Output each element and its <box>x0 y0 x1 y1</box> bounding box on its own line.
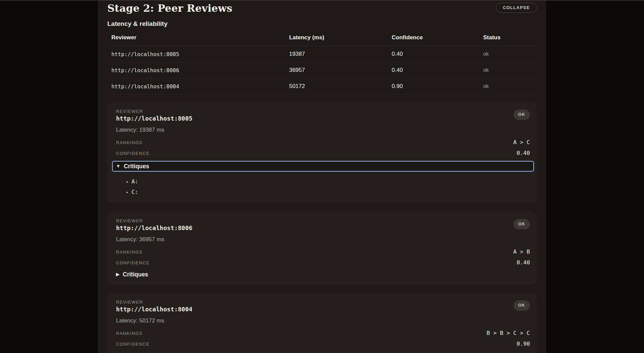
status-cell: ok <box>479 62 537 79</box>
table-row: http://localhost:8004 50172 0.90 ok <box>107 79 537 95</box>
latency-text: Latency: 36957 ms <box>116 236 530 243</box>
critiques-section: ▼ Critiques A: C: <box>116 161 530 197</box>
rankings-value: B > B > C > C <box>487 330 530 336</box>
reviewer-cell: http://localhost:8004 <box>107 79 285 95</box>
review-card: REVIEWER http://localhost:8005 OK Latenc… <box>107 102 537 203</box>
latency-cell: 50172 <box>285 79 388 95</box>
latency-text: Latency: 19387 ms <box>116 127 530 133</box>
latency-table: Reviewer Latency (ms) Confidence Status … <box>107 33 537 95</box>
table-row: http://localhost:8006 36957 0.40 ok <box>107 62 537 79</box>
critiques-toggle-label: Critiques <box>123 270 148 278</box>
confidence-cell: 0.90 <box>388 79 479 95</box>
confidence-row: CONFIDENCE 0.90 <box>116 341 530 347</box>
latency-cell: 36957 <box>285 62 388 79</box>
critiques-toggle[interactable]: ▼ Critiques <box>112 161 534 172</box>
critiques-toggle[interactable]: ▶ Critiques <box>116 352 148 353</box>
review-cards: REVIEWER http://localhost:8005 OK Latenc… <box>107 102 537 353</box>
table-header-row: Reviewer Latency (ms) Confidence Status <box>107 33 537 46</box>
confidence-row: CONFIDENCE 0.40 <box>116 259 530 266</box>
rankings-label: RANKINGS <box>116 140 143 145</box>
reviewer-block: REVIEWER http://localhost:8005 <box>116 109 193 122</box>
rankings-row: RANKINGS B > B > C > C <box>116 330 530 336</box>
rankings-row: RANKINGS A > B <box>116 249 530 255</box>
table-row: http://localhost:8005 19387 0.40 ok <box>107 46 537 62</box>
latency-cell: 19387 <box>285 46 388 62</box>
critiques-section: ▶ Critiques <box>116 270 530 278</box>
triangle-right-icon: ▶ <box>116 270 119 278</box>
reviewer-label: REVIEWER <box>116 218 193 224</box>
column-header-reviewer: Reviewer <box>107 33 285 46</box>
status-badge: OK <box>514 109 530 120</box>
confidence-row: CONFIDENCE 0.40 <box>116 150 530 156</box>
critique-item: A: <box>131 176 530 187</box>
reviewer-cell: http://localhost:8006 <box>107 62 285 79</box>
confidence-cell: 0.40 <box>388 46 479 62</box>
column-header-latency: Latency (ms) <box>285 33 388 46</box>
triangle-right-icon: ▶ <box>116 352 119 353</box>
confidence-value: 0.40 <box>517 259 530 266</box>
critiques-toggle[interactable]: ▶ Critiques <box>116 270 148 278</box>
critiques-toggle-label: Critiques <box>124 162 149 170</box>
reviewer-url: http://localhost:8005 <box>116 115 193 122</box>
stage-header: Stage 2: Peer Reviews COLLAPSE <box>107 2 537 15</box>
reviewer-url: http://localhost:8004 <box>116 306 193 313</box>
confidence-label: CONFIDENCE <box>116 151 150 156</box>
status-badge: OK <box>514 219 530 229</box>
reviewer-label: REVIEWER <box>116 300 193 305</box>
confidence-label: CONFIDENCE <box>116 260 150 266</box>
confidence-value: 0.40 <box>517 150 530 156</box>
page-title: Stage 2: Peer Reviews <box>107 2 232 15</box>
card-header: REVIEWER http://localhost:8005 OK <box>116 109 530 122</box>
card-header: REVIEWER http://localhost:8006 OK <box>116 218 530 232</box>
triangle-down-icon: ▼ <box>116 162 120 170</box>
collapse-button[interactable]: COLLAPSE <box>496 3 537 13</box>
rankings-label: RANKINGS <box>116 250 143 255</box>
reviewer-cell: http://localhost:8005 <box>107 46 285 62</box>
rankings-label: RANKINGS <box>116 331 143 336</box>
rankings-value: A > B <box>513 249 530 255</box>
review-card: REVIEWER http://localhost:8004 OK Latenc… <box>107 293 537 353</box>
confidence-cell: 0.40 <box>388 62 479 79</box>
critique-list: A: C: <box>116 176 530 197</box>
column-header-status: Status <box>479 33 537 46</box>
stage-panel: Stage 2: Peer Reviews COLLAPSE Latency &… <box>98 1 546 353</box>
status-cell: ok <box>479 79 537 95</box>
column-header-confidence: Confidence <box>388 33 479 46</box>
reviewer-block: REVIEWER http://localhost:8004 <box>116 300 193 313</box>
reviewer-label: REVIEWER <box>116 109 193 114</box>
latency-text: Latency: 50172 ms <box>116 317 530 324</box>
reviewer-block: REVIEWER http://localhost:8006 <box>116 218 193 232</box>
critiques-toggle-label: Critiques <box>123 352 148 353</box>
section-subtitle: Latency & reliability <box>107 20 537 28</box>
confidence-label: CONFIDENCE <box>116 342 150 347</box>
confidence-value: 0.90 <box>517 341 530 347</box>
reviewer-url: http://localhost:8006 <box>116 224 193 232</box>
card-header: REVIEWER http://localhost:8004 OK <box>116 300 530 313</box>
rankings-row: RANKINGS A > C <box>116 139 530 145</box>
critiques-section: ▶ Critiques <box>116 352 530 353</box>
rankings-value: A > C <box>513 139 530 145</box>
status-cell: ok <box>479 46 537 62</box>
status-badge: OK <box>514 300 530 311</box>
review-card: REVIEWER http://localhost:8006 OK Latenc… <box>107 212 537 284</box>
critique-item: C: <box>131 187 530 197</box>
